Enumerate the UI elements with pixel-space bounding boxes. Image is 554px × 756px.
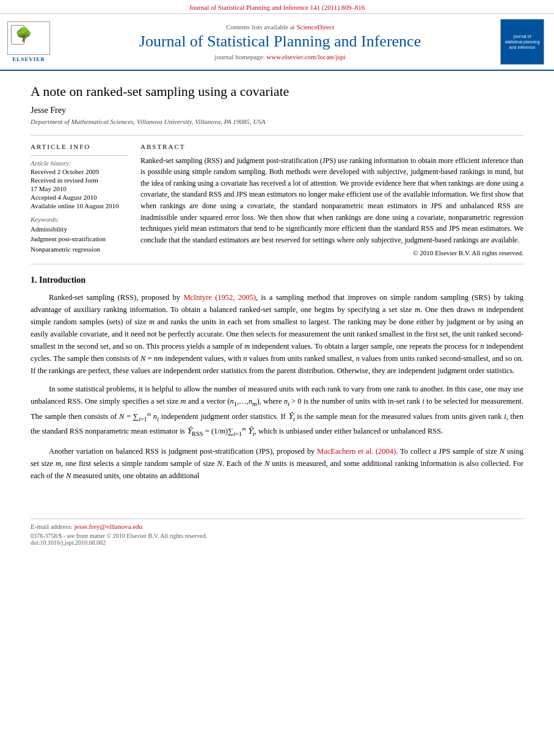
keyword-jps: Judgment post-stratification [31, 234, 128, 244]
elsevier-logo-image [7, 21, 50, 55]
keywords-block: Keywords: Admissibility Judgment post-st… [31, 216, 128, 255]
received-revised-label: Received in revised form [31, 176, 128, 184]
article-info-heading: ARTICLE INFO [31, 143, 128, 150]
divider-1 [31, 135, 523, 136]
abstract-col: ABSTRACT Ranked-set sampling (RSS) and j… [140, 143, 523, 257]
intro-para-1: Ranked-set sampling (RSS), proposed by M… [31, 291, 523, 377]
keyword-admissibility: Admissibility [31, 224, 128, 234]
footer-email: E-mail address: jesse.frey@villanova.edu [31, 523, 523, 530]
journal-homepage: journal homepage: www.elsevier.com/locat… [214, 53, 345, 60]
intro-para-3: Another variation on balanced RSS is jud… [31, 445, 523, 482]
section-1-name: Introduction [39, 275, 86, 285]
journal-header-center: Contents lists available at ScienceDirec… [70, 19, 490, 65]
abstract-text: Ranked-set sampling (RSS) and judgment p… [140, 155, 523, 246]
available-online: Available online 10 August 2010 [31, 202, 128, 209]
abstract-heading: ABSTRACT [140, 143, 523, 150]
article-meta-section: ARTICLE INFO Article history: Received 2… [31, 143, 523, 257]
footer-doi: doi:10.1016/j.jspi.2010.08.002 [31, 539, 523, 546]
accepted-date: Accepted 4 August 2010 [31, 194, 128, 201]
article-history-block: Article history: Received 2 October 2009… [31, 155, 128, 209]
elsevier-logo-section: ELSEVIER [7, 19, 62, 65]
article-info-col: ARTICLE INFO Article history: Received 2… [31, 143, 128, 257]
divider-2 [31, 264, 523, 264]
journal-volume-info: Journal of Statistical Planning and Infe… [189, 4, 365, 11]
email-link[interactable]: jesse.frey@villanova.edu [74, 523, 142, 530]
keywords-label: Keywords: [31, 216, 128, 223]
main-content: A note on ranked-set sampling using a co… [0, 71, 554, 506]
sciencedirect-line: Contents lists available at ScienceDirec… [226, 23, 334, 31]
journal-thumbnail-section: journal ofstatistical planningand infere… [498, 19, 547, 65]
elsevier-logo: ELSEVIER [7, 21, 50, 62]
article-author: Jesse Frey [31, 106, 523, 115]
revised-date: 17 May 2010 [31, 185, 128, 192]
elsevier-label: ELSEVIER [12, 56, 45, 62]
mcintyre-link[interactable]: McIntyre (1952, 2005) [183, 293, 255, 302]
journal-thumb-text: journal ofstatistical planningand infere… [505, 34, 539, 50]
email-label: E-mail address: [31, 523, 73, 530]
intro-para-2: In some statistical problems, it is help… [31, 383, 523, 439]
footer-copyright: 0378-3758/$ - see front matter © 2010 El… [31, 532, 523, 539]
sciencedirect-link[interactable]: ScienceDirect [296, 23, 334, 31]
keyword-nonparametric: Nonparametric regression [31, 244, 128, 255]
journal-title: Journal of Statistical Planning and Infe… [139, 32, 421, 51]
homepage-url[interactable]: www.elsevier.com/locate/jspi [266, 53, 345, 60]
page-footer: E-mail address: jesse.frey@villanova.edu… [31, 518, 523, 546]
contents-label: Contents lists available at [226, 23, 295, 31]
copyright-line: © 2010 Elsevier B.V. All rights reserved… [140, 249, 523, 256]
homepage-label: journal homepage: [214, 53, 264, 60]
received-date-1: Received 2 October 2009 [31, 168, 128, 175]
section-introduction: 1. Introduction Ranked-set sampling (RSS… [31, 275, 523, 482]
article-affiliation: Department of Mathematical Sciences, Vil… [31, 118, 523, 125]
section-1-title: 1. Introduction [31, 275, 523, 285]
history-label: Article history: [31, 159, 128, 167]
maceachern-link[interactable]: MacEachern et al. (2004) [317, 447, 396, 456]
journal-topbar: Journal of Statistical Planning and Infe… [0, 0, 554, 14]
journal-thumbnail: journal ofstatistical planningand infere… [500, 19, 544, 65]
section-1-number: 1. [31, 275, 39, 285]
journal-header: ELSEVIER Contents lists available at Sci… [0, 14, 554, 71]
article-title: A note on ranked-set sampling using a co… [31, 83, 523, 101]
